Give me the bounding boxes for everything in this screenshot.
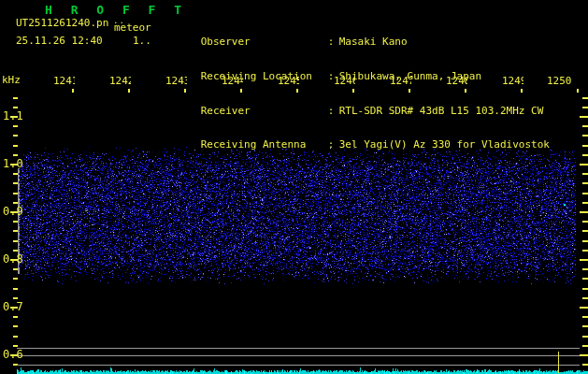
counter-label: 1.. bbox=[133, 36, 151, 47]
info-label: Receiving Antenna bbox=[201, 139, 328, 151]
info-row-location: Receiving Location:Shibukawa, Gunma, Jap… bbox=[164, 60, 588, 72]
info-separator: : bbox=[328, 139, 339, 151]
freq-tick-label: 0.7 bbox=[3, 301, 27, 312]
freq-tick-label: 1.0 bbox=[3, 158, 27, 169]
time-tick-label: 1243 bbox=[165, 76, 187, 87]
freq-tick-label: 0.9 bbox=[3, 206, 27, 217]
info-value: 3el Yagi(V) Az 330 for Vladivostok bbox=[339, 139, 550, 151]
info-value: RTL-SDR SDR# 43dB L15 103.2MHz CW bbox=[339, 106, 544, 117]
time-tick-label: 1250 bbox=[547, 76, 577, 87]
info-row-antenna: Receiving Antenna:3el Yagi(V) Az 330 for… bbox=[164, 128, 588, 140]
info-separator: : bbox=[328, 36, 339, 48]
info-label: Receiver bbox=[201, 106, 328, 117]
info-row-receiver: Receiver:RTL-SDR SDR# 43dB L15 103.2MHz … bbox=[164, 94, 588, 107]
time-tick-label: 1241 bbox=[53, 76, 75, 87]
info-value: Masaki Kano bbox=[339, 36, 408, 48]
time-tick-label: 1248 bbox=[446, 76, 467, 87]
time-tick-label: 1247 bbox=[390, 76, 411, 87]
time-tick-label: 1246 bbox=[334, 76, 355, 87]
filename-label: UT2511261240.pn bbox=[16, 18, 108, 29]
info-label: Receiving Location bbox=[201, 71, 328, 82]
station-name: meteor bbox=[114, 22, 151, 34]
time-tick-label: 1249 bbox=[502, 76, 523, 87]
info-row-observer: Observer:Masaki Kano bbox=[164, 25, 588, 37]
freq-tick-label: 0.6 bbox=[3, 349, 27, 360]
time-tick-label: 1242 bbox=[109, 76, 131, 87]
freq-unit-label: kHz bbox=[2, 75, 21, 86]
hrofft-screen: H R O F F T UT2511261240.pn .. meteor 25… bbox=[0, 0, 588, 374]
time-tick-label: 1245 bbox=[278, 76, 299, 87]
info-label: Observer bbox=[201, 36, 328, 48]
freq-tick-label: 0.8 bbox=[3, 253, 27, 265]
info-separator: : bbox=[328, 106, 339, 117]
freq-tick-label: 1.1 bbox=[3, 110, 27, 122]
time-tick-label: 1244 bbox=[222, 76, 243, 87]
datetime-label: 25.11.26 12:40 bbox=[16, 36, 103, 47]
